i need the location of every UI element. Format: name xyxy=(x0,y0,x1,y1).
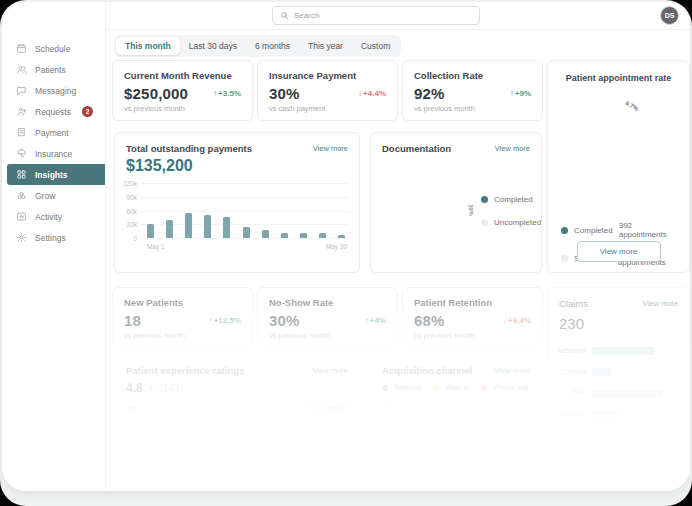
sidebar-item-grow[interactable]: Grow xyxy=(2,185,105,206)
main-content: This monthLast 30 days6 monthsThis yearC… xyxy=(106,30,690,491)
view-more-button[interactable]: View more xyxy=(577,241,661,262)
search-box[interactable] xyxy=(272,6,480,25)
kpi-delta: ↑+4% xyxy=(365,316,386,325)
sidebar-item-label: Grow xyxy=(35,191,55,201)
sidebar-item-activity[interactable]: Activity xyxy=(2,206,105,227)
sidebar-item-messaging[interactable]: Messaging xyxy=(2,80,105,101)
bar xyxy=(243,227,250,238)
sidebar-item-label: Messaging xyxy=(35,86,76,96)
sidebar-item-payment[interactable]: Payment xyxy=(2,122,105,143)
sidebar-item-label: Payment xyxy=(35,128,69,138)
y-axis-tick: 150 xyxy=(371,402,389,409)
search-icon xyxy=(280,11,289,20)
documentation-card: Documentation View more #doc-donut::afte… xyxy=(370,132,542,273)
legend-dot xyxy=(481,385,487,391)
tab-custom[interactable]: Custom xyxy=(352,37,399,55)
rating-row-label: ★5 xyxy=(126,403,142,412)
legend-dot xyxy=(561,255,568,262)
claims-label: Paid xyxy=(548,389,592,396)
kpi-delta: ↑+9% xyxy=(510,89,531,98)
kpi-card-no-show-rate: No-Show Rate30%↑+4%vs previous month xyxy=(257,287,398,348)
kpi-subtitle: vs previous month xyxy=(124,331,241,340)
rating-row-count: 124 ratings xyxy=(308,403,348,412)
sidebar-item-patients[interactable]: Patients xyxy=(2,59,105,80)
appointment-rate-card: Patient appointment rate #appt-donut::af… xyxy=(547,60,690,273)
documentation-legend: CompletedUncompleted xyxy=(481,195,533,227)
grow-icon xyxy=(16,190,27,201)
kpi-delta-value: +3.5% xyxy=(218,89,241,98)
claims-row: Paid xyxy=(548,388,679,397)
payment-icon xyxy=(16,127,27,138)
gridline xyxy=(141,238,349,239)
device-surface: SchedulePatientsMessagingRequests2Paymen… xyxy=(0,0,692,506)
sidebar-item-insurance[interactable]: Insurance xyxy=(2,143,105,164)
kpi-card-current-month-revenue: Current Month Revenue$250,000↑+3.5%vs pr… xyxy=(112,60,253,121)
y-axis-tick: 90k xyxy=(117,194,137,201)
trend-down-icon: ↓ xyxy=(503,316,507,325)
sidebar-item-requests[interactable]: Requests2 xyxy=(2,101,105,122)
claims-label: Rejected xyxy=(548,431,592,438)
view-more-link[interactable]: View more xyxy=(313,366,348,375)
gridline xyxy=(141,211,349,212)
y-axis-tick: 60k xyxy=(117,208,137,215)
trend-up-icon: ↑ xyxy=(213,89,217,98)
y-axis-tick: 90 xyxy=(371,438,389,445)
insurance-icon xyxy=(16,148,27,159)
acquisition-card: Acquisition channel View more ReferralWa… xyxy=(370,354,542,484)
tab-6-months[interactable]: 6 months xyxy=(246,37,299,55)
kpi-value-row: $250,000↑+3.5% xyxy=(124,85,241,102)
search-input[interactable] xyxy=(294,11,472,20)
claims-bar xyxy=(592,368,611,376)
patients-icon xyxy=(16,64,27,75)
view-more-link[interactable]: View more xyxy=(495,366,530,375)
tab-last-30-days[interactable]: Last 30 days xyxy=(180,37,246,55)
kpi-delta-value: +4.4% xyxy=(363,89,386,98)
gridline xyxy=(141,197,349,198)
kpi-card-new-patients: New Patients18↑+12.5%vs previous month xyxy=(112,287,253,348)
view-more-link[interactable]: View more xyxy=(495,144,530,153)
claims-bar xyxy=(592,389,663,397)
rating-bar-track xyxy=(149,404,279,411)
y-axis-tick: 0 xyxy=(117,235,137,242)
rating-bar-track xyxy=(149,426,279,433)
view-more-link[interactable]: View more xyxy=(313,144,348,153)
sidebar-item-settings[interactable]: Settings xyxy=(2,227,105,248)
tab-this-year[interactable]: This year xyxy=(299,37,352,55)
view-more-link[interactable]: View more xyxy=(643,299,678,308)
rating-row: ★417 ratings xyxy=(126,425,348,434)
kpi-subtitle: vs previous month xyxy=(414,331,531,340)
sidebar-item-insights[interactable]: Insights xyxy=(7,164,105,185)
requests-badge: 2 xyxy=(82,106,93,117)
legend-label: Walk-in xyxy=(445,383,470,392)
outstanding-payments-card: Total outstanding payments View more $13… xyxy=(114,132,360,273)
sidebar-item-schedule[interactable]: Schedule xyxy=(2,38,105,59)
claims-label: Pending xyxy=(548,410,592,417)
legend-item: Completed392 appointments xyxy=(561,221,679,239)
kpi-subtitle: vs cash payment xyxy=(269,104,386,113)
kpi-value: 30% xyxy=(269,312,300,329)
sidebar-item-label: Insights xyxy=(35,170,68,180)
legend-label: Referral xyxy=(394,383,421,392)
kpi-value-row: 68%↓+9.4% xyxy=(414,312,531,329)
ratings-card: Patient experience ratings View more 4.8… xyxy=(114,354,360,484)
claims-gridline xyxy=(677,346,678,444)
kpi-value: 92% xyxy=(414,85,445,102)
legend-dot xyxy=(481,196,488,203)
claims-bar xyxy=(592,431,600,439)
kpi-delta: ↓+4.4% xyxy=(358,89,386,98)
kpi-value: 30% xyxy=(269,85,300,102)
claims-label: Denied xyxy=(548,368,592,375)
documentation-donut-chart: #doc-donut::after{inset:19px;}61%39% xyxy=(387,165,481,259)
legend-item: Uncompleted xyxy=(481,218,533,227)
kpi-card-patient-retention: Patient Retention68%↓+9.4%vs previous mo… xyxy=(402,287,543,348)
tab-this-month[interactable]: This month xyxy=(116,37,180,55)
bar xyxy=(262,230,269,238)
trend-down-icon: ↓ xyxy=(358,89,362,98)
avatar[interactable]: DS xyxy=(660,6,679,25)
bar xyxy=(166,220,173,238)
y-axis-tick: 30k xyxy=(117,221,137,228)
kpi-value: $250,000 xyxy=(124,85,188,102)
kpi-title: New Patients xyxy=(124,297,241,308)
legend-dot xyxy=(561,227,568,234)
bar xyxy=(185,213,192,238)
